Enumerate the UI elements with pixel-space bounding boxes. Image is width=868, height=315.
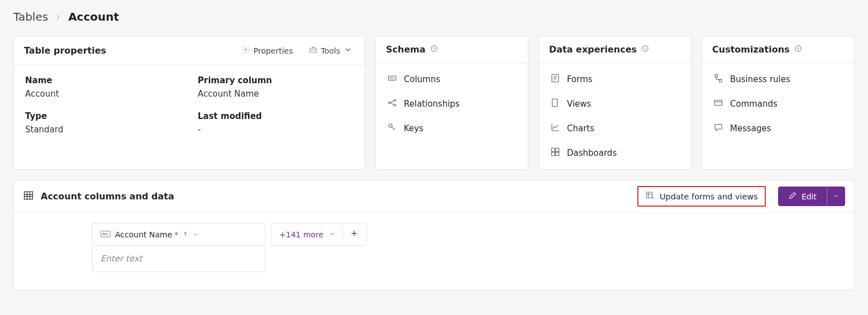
breadcrumb-current: Account — [68, 10, 119, 23]
more-label: +141 more — [279, 230, 323, 239]
tools-button[interactable]: Tools — [307, 44, 355, 57]
svg-rect-14 — [551, 152, 555, 156]
breadcrumb-root[interactable]: Tables — [13, 10, 48, 23]
dashboards-icon — [550, 147, 560, 159]
chevron-right-icon — [55, 10, 61, 23]
svg-rect-1 — [310, 48, 317, 52]
charts-icon — [550, 122, 560, 135]
data-dashboards[interactable]: Dashboards — [550, 147, 680, 159]
forms-icon — [550, 73, 560, 85]
link-label: Commands — [730, 99, 778, 109]
data-header: Account columns and data Update forms an… — [14, 180, 854, 213]
link-label: Relationships — [404, 99, 460, 109]
value-last-modified: - — [198, 125, 354, 135]
more-columns-button[interactable]: +141 more — [271, 223, 367, 246]
commands-icon — [713, 98, 723, 110]
svg-rect-19 — [714, 101, 722, 106]
value-name: Account — [25, 89, 181, 99]
cust-commands[interactable]: Commands — [713, 98, 843, 110]
card-title: Customizations — [712, 44, 790, 55]
edit-label: Edit — [802, 192, 817, 201]
schema-columns[interactable]: Abc Columns — [387, 73, 517, 85]
svg-rect-21 — [646, 192, 652, 198]
label-name: Name — [25, 75, 181, 85]
breadcrumb: Tables Account — [13, 10, 855, 23]
enter-text-cell[interactable]: Enter text — [92, 246, 265, 272]
schema-relationships[interactable]: Relationships — [387, 98, 517, 110]
pencil-icon — [788, 191, 797, 202]
svg-rect-18 — [719, 79, 722, 82]
card-title: Schema — [386, 44, 426, 55]
chevron-down-icon — [833, 192, 840, 201]
card-data-experiences: Data experiences Forms Views — [538, 36, 691, 170]
gear-icon — [241, 45, 250, 56]
svg-point-8 — [389, 124, 392, 127]
link-label: Messages — [730, 123, 771, 133]
relationships-icon — [387, 98, 397, 110]
link-label: Keys — [404, 123, 423, 133]
svg-point-5 — [388, 102, 390, 104]
card-title: Table properties — [24, 45, 106, 56]
chevron-down-icon — [329, 230, 336, 239]
properties-label: Properties — [254, 46, 293, 55]
card-table-properties: Table properties Properties Tools Nam — [13, 36, 365, 170]
data-views[interactable]: Views — [550, 98, 680, 110]
card-header: Data experiences — [539, 36, 691, 63]
link-label: Forms — [567, 74, 593, 84]
chevron-down-icon — [193, 230, 198, 239]
card-schema: Schema Abc Columns Relationships — [375, 36, 528, 170]
table-icon — [23, 190, 34, 203]
column-name: Account Name — [115, 230, 172, 239]
value-primary-column: Account Name — [198, 89, 354, 99]
info-icon[interactable] — [430, 45, 438, 54]
svg-rect-11 — [552, 99, 557, 107]
chevron-down-icon — [344, 45, 352, 56]
columns-icon: Abc — [387, 73, 397, 85]
sort-asc-icon — [183, 230, 188, 239]
card-header: Schema — [376, 36, 528, 63]
cards-row: Table properties Properties Tools Nam — [13, 36, 855, 170]
label-primary-column: Primary column — [198, 75, 354, 85]
info-icon[interactable] — [641, 45, 649, 54]
svg-text:Abc: Abc — [102, 232, 108, 236]
column-header-account-name[interactable]: Abc Account Name * — [92, 223, 265, 246]
svg-rect-17 — [715, 74, 718, 77]
cust-messages[interactable]: Messages — [713, 122, 843, 135]
toolbox-icon — [309, 45, 318, 56]
svg-rect-13 — [556, 148, 559, 151]
messages-icon — [713, 122, 723, 135]
card-header: Customizations — [702, 36, 854, 63]
text-column-icon: Abc — [101, 230, 111, 239]
tools-label: Tools — [321, 46, 341, 55]
business-rules-icon — [713, 73, 723, 85]
properties-button[interactable]: Properties — [239, 44, 295, 57]
data-section-title: Account columns and data — [41, 191, 174, 202]
properties-grid: Name Primary column Account Account Name… — [25, 75, 354, 135]
svg-rect-15 — [556, 152, 559, 156]
keys-icon — [387, 122, 397, 135]
info-icon[interactable] — [794, 45, 802, 54]
update-forms-views-button[interactable]: Update forms and views — [637, 186, 766, 207]
link-label: Business rules — [730, 74, 790, 84]
data-forms[interactable]: Forms — [550, 73, 680, 85]
schema-keys[interactable]: Keys — [387, 122, 517, 135]
cust-business-rules[interactable]: Business rules — [713, 73, 843, 85]
divider — [342, 227, 343, 242]
link-label: Charts — [567, 123, 594, 133]
svg-rect-12 — [551, 148, 555, 151]
add-column-button[interactable] — [350, 229, 359, 240]
data-charts[interactable]: Charts — [550, 122, 680, 135]
svg-point-7 — [394, 104, 396, 106]
svg-point-6 — [394, 99, 396, 101]
views-icon — [550, 98, 560, 110]
card-header: Table properties Properties Tools — [14, 36, 365, 65]
edit-button-split[interactable] — [827, 188, 845, 206]
svg-point-0 — [245, 49, 247, 51]
svg-text:Abc: Abc — [390, 77, 395, 80]
edit-button[interactable]: Edit — [778, 187, 845, 206]
required-indicator: * — [174, 230, 178, 239]
svg-rect-20 — [25, 192, 33, 199]
value-type: Standard — [25, 125, 181, 135]
update-icon — [645, 190, 655, 202]
edit-button-main[interactable]: Edit — [778, 187, 827, 206]
